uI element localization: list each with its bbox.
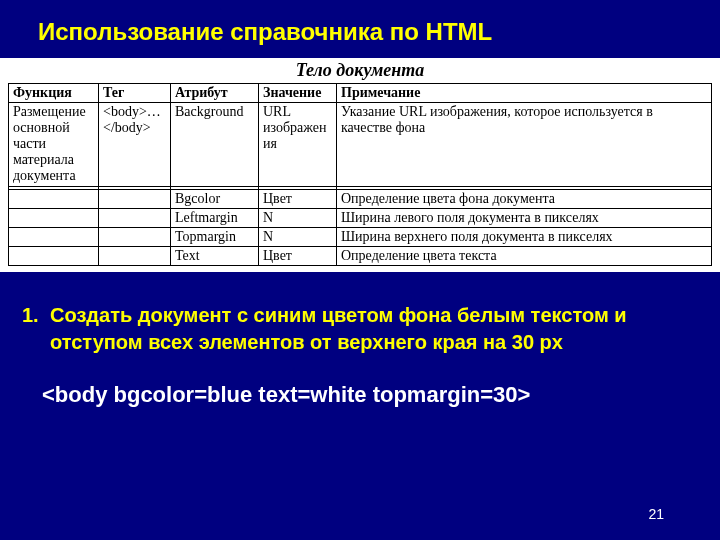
- cell-note: Указание URL изображения, которое исполь…: [337, 103, 712, 186]
- cell-value: Цвет: [259, 246, 337, 265]
- cell-function: [9, 227, 99, 246]
- table-row: Bgcolor Цвет Определение цвета фона доку…: [9, 189, 712, 208]
- cell-value: URL изображения: [259, 103, 337, 186]
- code-example: <body bgcolor=blue text=white topmargin=…: [0, 356, 720, 408]
- cell-attribute: Bgcolor: [171, 189, 259, 208]
- col-value: Значение: [259, 84, 337, 103]
- cell-value: N: [259, 227, 337, 246]
- cell-note: Определение цвета текста: [337, 246, 712, 265]
- page-number: 21: [648, 506, 664, 522]
- reference-panel: Тело документа Функция Тег Атрибут Значе…: [0, 58, 720, 272]
- cell-value: Цвет: [259, 189, 337, 208]
- cell-tag: [99, 227, 171, 246]
- col-note: Примечание: [337, 84, 712, 103]
- cell-function: [9, 246, 99, 265]
- cell-function: Размещение основной части материала доку…: [9, 103, 99, 186]
- cell-attribute: Leftmargin: [171, 208, 259, 227]
- cell-function: [9, 208, 99, 227]
- cell-tag: [99, 208, 171, 227]
- col-tag: Тег: [99, 84, 171, 103]
- cell-attribute: Text: [171, 246, 259, 265]
- table-row: Размещение основной части материала доку…: [9, 103, 712, 186]
- table-row: Leftmargin N Ширина левого поля документ…: [9, 208, 712, 227]
- assignment-text: Создать документ с синим цветом фона бел…: [50, 302, 690, 356]
- assignment-number: 1.: [22, 302, 50, 329]
- cell-tag: [99, 246, 171, 265]
- cell-tag: [99, 189, 171, 208]
- cell-value: N: [259, 208, 337, 227]
- assignment: 1.Создать документ с синим цветом фона б…: [0, 272, 720, 356]
- slide: Использование справочника по HTML Тело д…: [0, 0, 720, 540]
- table-header-row: Функция Тег Атрибут Значение Примечание: [9, 84, 712, 103]
- cell-tag: <body>…</body>: [99, 103, 171, 186]
- col-function: Функция: [9, 84, 99, 103]
- table-row: Text Цвет Определение цвета текста: [9, 246, 712, 265]
- table-caption: Тело документа: [8, 60, 712, 83]
- cell-function: [9, 189, 99, 208]
- reference-table: Функция Тег Атрибут Значение Примечание …: [8, 83, 712, 266]
- cell-attribute: Topmargin: [171, 227, 259, 246]
- slide-title: Использование справочника по HTML: [0, 0, 720, 58]
- cell-note: Ширина верхнего поля документа в пикселя…: [337, 227, 712, 246]
- cell-note: Определение цвета фона документа: [337, 189, 712, 208]
- cell-note: Ширина левого поля документа в пикселях: [337, 208, 712, 227]
- cell-attribute: Background: [171, 103, 259, 186]
- table-row: Topmargin N Ширина верхнего поля докумен…: [9, 227, 712, 246]
- col-attribute: Атрибут: [171, 84, 259, 103]
